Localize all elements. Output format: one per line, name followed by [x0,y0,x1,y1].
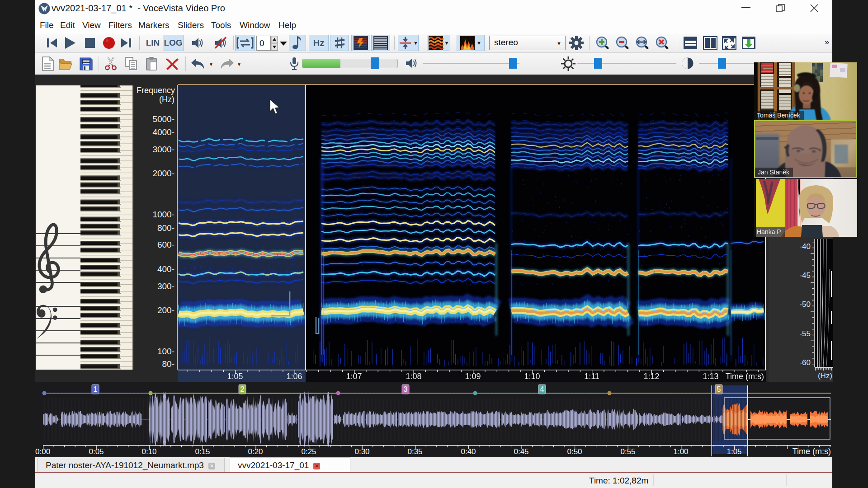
svg-text:0:40: 0:40 [461,447,476,456]
svg-text:1: 1 [94,385,98,393]
svg-text:Time (m:s): Time (m:s) [726,372,764,381]
svg-text:-45: -45 [799,271,811,280]
svg-text:0:50: 0:50 [567,447,582,456]
svg-text:1:05: 1:05 [726,447,741,456]
svg-text:0:20: 0:20 [248,447,263,456]
svg-text:0:00: 0:00 [35,447,50,456]
svg-text:0:10: 0:10 [142,447,156,456]
svg-text:1:07: 1:07 [346,372,362,381]
svg-text:-60: -60 [799,358,811,367]
svg-text:-40: -40 [799,242,811,251]
svg-text:0:15: 0:15 [195,447,210,456]
svg-text:1:10: 1:10 [524,372,540,381]
svg-text:-50: -50 [799,300,811,309]
svg-text:0:45: 0:45 [514,447,528,456]
svg-text:5: 5 [717,385,721,393]
svg-text:Time (m:s): Time (m:s) [793,447,831,456]
svg-text:4: 4 [540,385,544,393]
svg-text:1:06: 1:06 [286,372,302,381]
svg-text:1:11: 1:11 [584,372,599,381]
svg-text:1:09: 1:09 [465,372,481,381]
svg-text:0:05: 0:05 [89,447,104,456]
svg-text:-55: -55 [799,329,811,338]
svg-text:1:05: 1:05 [227,372,243,381]
svg-text:(Hz): (Hz) [818,371,832,380]
svg-text:0:35: 0:35 [407,447,422,456]
svg-text:1:13: 1:13 [703,372,718,381]
svg-text:2: 2 [241,385,245,393]
svg-text:1:08: 1:08 [406,372,421,381]
svg-text:3: 3 [404,385,408,393]
svg-text:0:55: 0:55 [620,447,635,456]
svg-text:1:00: 1:00 [673,447,688,456]
svg-text:0:30: 0:30 [354,447,369,456]
svg-text:1:12: 1:12 [643,372,659,381]
svg-text:0:25: 0:25 [301,447,316,456]
